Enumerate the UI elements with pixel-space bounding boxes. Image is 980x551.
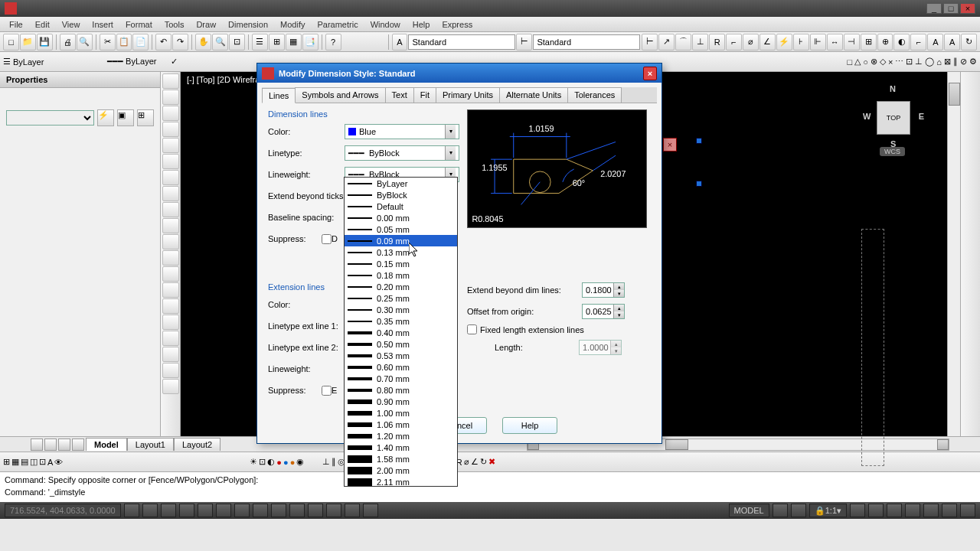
grid-button[interactable] [142, 504, 158, 517]
osnap-node[interactable]: ⊗ [871, 57, 877, 67]
lineweight-option[interactable]: 2.11 mm [345, 476, 457, 487]
design-center-button[interactable]: ⊞ [269, 34, 285, 51]
revision-cloud-button[interactable] [162, 186, 179, 201]
model-space-button[interactable]: MODEL [729, 504, 769, 517]
scroll-right-button[interactable] [937, 439, 949, 450]
text-style-button[interactable]: A [392, 34, 408, 51]
shaded-button[interactable]: ● [290, 458, 296, 467]
tab-first-button[interactable] [31, 439, 43, 451]
lineweight-option[interactable]: 0.13 mm [345, 246, 457, 258]
grip[interactable] [696, 138, 702, 144]
region-button[interactable] [162, 331, 179, 346]
tab-last-button[interactable] [72, 439, 84, 451]
dim-diameter-button[interactable]: ⌀ [743, 34, 759, 51]
linetype-combo[interactable]: ━━━ ByLayer [107, 57, 168, 67]
osnap-center[interactable]: ○ [863, 57, 868, 67]
layout1-tab[interactable]: Layout1 [127, 438, 174, 451]
grip[interactable] [696, 181, 702, 187]
realistic-button[interactable]: ● [276, 458, 282, 467]
dialog-close-button[interactable]: × [643, 67, 657, 80]
isolate-objects-button[interactable] [942, 504, 957, 517]
dim-tedit-button[interactable]: A [944, 34, 960, 51]
add-selected-button[interactable] [162, 379, 179, 394]
osnap-nearest[interactable]: ⌂ [936, 57, 942, 67]
coordinates-display[interactable]: 716.5524, 404.0633, 0.0000 [5, 504, 121, 517]
tab-tolerances[interactable]: Tolerances [567, 87, 622, 103]
constraint-convert-button[interactable]: ↻ [480, 457, 487, 467]
h-scrollbar-thumb[interactable] [665, 439, 688, 450]
save-button[interactable]: 💾 [37, 34, 53, 51]
tab-text[interactable]: Text [385, 87, 414, 103]
annotation-visibility-button[interactable] [850, 504, 865, 517]
center-mark-button[interactable]: ⊕ [877, 34, 893, 51]
dim-linetype-combo[interactable]: ━━━ ByBlock ▾ [345, 145, 459, 161]
dim-quick-button[interactable]: ⚡ [776, 34, 792, 51]
constraint-coincident-button[interactable]: ⊥ [322, 457, 330, 467]
scrollbar-thumb[interactable] [949, 83, 960, 106]
copy-button[interactable]: 📋 [116, 34, 132, 51]
tpy-button[interactable] [308, 504, 323, 517]
offset-origin-spinner[interactable]: 0.0625 ▴▾ [582, 304, 625, 319]
annotation-scale[interactable]: 🔒 1:1 ▾ [809, 504, 847, 517]
viewcube-east[interactable]: E [919, 112, 924, 121]
zoom-button[interactable]: 🔍 [212, 34, 228, 51]
help-button[interactable]: ? [325, 34, 341, 51]
render-button[interactable]: ☀ [250, 457, 257, 467]
viewcube-top[interactable]: TOP [877, 101, 910, 135]
constraint-diameter-button[interactable]: ⌀ [464, 457, 469, 467]
polygon-button[interactable] [162, 122, 179, 137]
hidden-button[interactable]: ◐ [267, 457, 275, 467]
suppress-dim1-checkbox[interactable] [322, 234, 332, 244]
menu-modify[interactable]: Modify [274, 18, 311, 31]
properties-button[interactable]: ☰ [252, 34, 268, 51]
constraint-delete-button[interactable]: ✖ [488, 457, 495, 467]
autoscale-button[interactable] [868, 504, 884, 517]
object-type-select[interactable] [6, 110, 94, 126]
osnap-parallel[interactable]: ∥ [953, 57, 958, 67]
hardware-accel-button[interactable] [923, 504, 939, 517]
menu-window[interactable]: Window [364, 18, 407, 31]
menu-format[interactable]: Format [119, 18, 158, 31]
lineweight-option[interactable]: 0.15 mm [345, 258, 457, 269]
lineweight-option[interactable]: 0.09 mm [345, 235, 457, 246]
tolerance-button[interactable]: ⊞ [861, 34, 877, 51]
lineweight-option[interactable]: ByBlock [345, 189, 457, 201]
circle-button[interactable] [162, 170, 179, 185]
lineweight-dropdown-list[interactable]: ByLayerByBlockDefault0.00 mm0.05 mm0.09 … [344, 177, 458, 487]
gradient-button[interactable] [162, 315, 179, 330]
menu-parametric[interactable]: Parametric [311, 18, 364, 31]
lineweight-option[interactable]: 1.06 mm [345, 419, 457, 430]
block-editor-button[interactable]: ⊞ [3, 457, 10, 467]
osnap-insertion[interactable]: ⊡ [906, 57, 913, 67]
tab-next-button[interactable] [58, 439, 70, 451]
otrack-button[interactable] [234, 504, 250, 517]
dim-style-button[interactable]: ⊢ [516, 34, 532, 51]
redo-button[interactable]: ↷ [172, 34, 188, 51]
point-button[interactable] [162, 282, 179, 298]
menu-draw[interactable]: Draw [190, 18, 222, 31]
conceptual-button[interactable]: ● [283, 458, 289, 467]
ellipse-button[interactable] [162, 218, 179, 233]
model-tab[interactable]: Model [86, 438, 127, 451]
viewcube-north[interactable]: N [890, 84, 896, 93]
menu-dimension[interactable]: Dimension [222, 18, 274, 31]
osnap-midpoint[interactable]: △ [854, 57, 861, 67]
osnap-quadrant[interactable]: ◇ [880, 57, 886, 67]
snap-mode-button[interactable] [124, 504, 139, 517]
osnap-button[interactable] [198, 504, 213, 517]
dim-ordinate-button[interactable]: ⊥ [692, 34, 708, 51]
tab-lines[interactable]: Lines [262, 88, 296, 103]
block-visibility-button[interactable]: 👁 [54, 458, 63, 467]
dim-continue-button[interactable]: ⊩ [810, 34, 826, 51]
sc-button[interactable] [345, 504, 360, 517]
lineweight-option[interactable]: 0.60 mm [345, 361, 457, 373]
dim-linear-button[interactable]: ⊢ [642, 34, 658, 51]
toolbar-lock-button[interactable] [905, 504, 920, 517]
dim-break-button[interactable]: ⊣ [844, 34, 860, 51]
osnap-endpoint[interactable]: □ [848, 57, 853, 67]
polar-button[interactable] [179, 504, 194, 517]
dim-style-combo[interactable]: Standard [533, 34, 640, 50]
tool-palettes-button[interactable]: ▦ [286, 34, 302, 51]
lineweight-option[interactable]: 0.80 mm [345, 384, 457, 396]
lineweight-option[interactable]: 0.90 mm [345, 396, 457, 407]
